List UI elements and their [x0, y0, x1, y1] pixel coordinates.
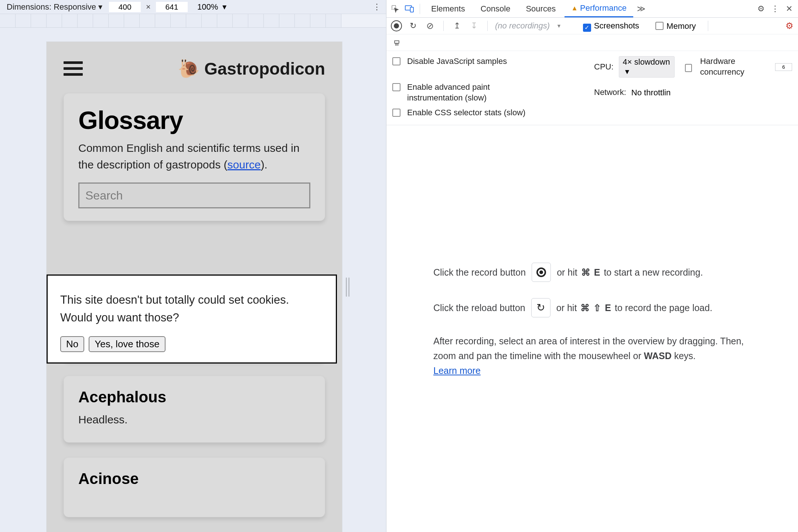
clear-button[interactable] [424, 20, 436, 32]
entry-title: Acinose [78, 470, 310, 488]
emulated-viewport: 🐌Gastropodicon Glossary Common English a… [47, 42, 342, 532]
network-throttle-select[interactable]: No throttlin [631, 88, 671, 98]
download-icon [468, 20, 480, 32]
collect-garbage-icon[interactable] [391, 37, 403, 49]
performance-toolbar: (no recordings) ▼ ✓Screenshots Memory ⚙ [386, 18, 798, 34]
ruler [0, 14, 386, 28]
performance-settings: Disable JavaScript samples CPU: 4× slowd… [386, 51, 798, 125]
more-tabs-icon[interactable]: ≫ [635, 3, 647, 15]
record-button-inline[interactable] [532, 263, 551, 282]
snail-icon: 🐌 [178, 58, 200, 79]
checkbox-icon[interactable] [685, 64, 692, 72]
no-recordings-text: (no recordings) [495, 21, 550, 31]
search-input[interactable]: Search [78, 183, 310, 208]
kebab-menu-icon[interactable]: ⋮ [373, 2, 379, 12]
cookie-yes-button[interactable]: Yes, love those [89, 336, 165, 352]
reload-button[interactable] [407, 20, 419, 32]
tab-performance[interactable]: ▲Performance [565, 0, 633, 17]
dimensions-dropdown[interactable]: Dimensions: Responsive▾ [7, 2, 102, 12]
cpu-throttle-select[interactable]: 4× slowdown ▾ [619, 56, 675, 78]
disable-js-toggle[interactable]: Disable JavaScript samples [392, 56, 590, 78]
learn-more-link[interactable]: Learn more [433, 365, 481, 376]
brand-title: 🐌Gastropodicon [178, 58, 325, 79]
glossary-description: Common English and scientific terms used… [78, 140, 310, 173]
tab-elements[interactable]: Elements [424, 0, 472, 17]
device-toolbar: Dimensions: Responsive▾ × 100% ▾ ⋮ [0, 0, 386, 14]
gear-settings-icon[interactable]: ⚙ [785, 21, 794, 31]
device-toggle-icon[interactable] [403, 3, 415, 15]
inspect-element-icon[interactable] [389, 3, 401, 15]
paint-instrumentation-toggle[interactable]: Enable advanced paint instrumentation (s… [392, 82, 590, 103]
cmd-key-icon [580, 300, 590, 315]
dimension-separator: × [146, 2, 151, 12]
cmd-key-icon [581, 265, 590, 280]
upload-icon[interactable] [451, 20, 463, 32]
width-input[interactable] [109, 2, 141, 12]
network-label: Network: [594, 87, 626, 98]
checkbox-icon [655, 22, 664, 30]
hw-concurrency-input[interactable] [775, 63, 792, 71]
svg-rect-2 [410, 7, 414, 12]
cpu-label: CPU: [594, 62, 614, 72]
screenshots-toggle[interactable]: ✓Screenshots [583, 21, 639, 31]
tab-sources[interactable]: Sources [519, 0, 562, 17]
performance-help: Click the record button or hit E to star… [433, 263, 751, 394]
svg-rect-3 [395, 41, 399, 43]
hamburger-icon[interactable] [64, 61, 83, 76]
shift-key-icon [593, 300, 601, 315]
kebab-menu-icon[interactable]: ⋮ [769, 3, 781, 15]
checkbox-checked-icon: ✓ [583, 24, 591, 32]
source-link[interactable]: source [228, 158, 261, 171]
warning-icon: ▲ [571, 4, 578, 12]
height-input[interactable] [156, 2, 188, 12]
recordings-dropdown-icon[interactable]: ▼ [556, 23, 562, 29]
entry-title: Acephalous [78, 388, 310, 406]
devtools-tab-bar: Elements Console Sources ▲Performance ≫ … [386, 0, 798, 18]
css-selector-stats-toggle[interactable]: Enable CSS selector stats (slow) [392, 108, 590, 118]
entry-definition: Headless. [78, 411, 310, 428]
cookie-no-button[interactable]: No [60, 336, 84, 352]
close-icon[interactable]: ✕ [783, 3, 795, 15]
glossary-heading: Glossary [78, 106, 310, 134]
tab-console[interactable]: Console [474, 0, 517, 17]
reload-button-inline[interactable] [531, 298, 550, 317]
cookie-dialog-text: This site doesn't but totally could set … [60, 291, 323, 327]
resize-handle-right[interactable] [344, 275, 351, 299]
gear-icon[interactable]: ⚙ [755, 3, 767, 15]
memory-toggle[interactable]: Memory [655, 21, 696, 31]
hw-concurrency-label: Hardware concurrency [700, 56, 770, 77]
record-button[interactable] [391, 20, 402, 31]
cookie-dialog: This site doesn't but totally could set … [47, 274, 337, 364]
zoom-dropdown[interactable]: 100% ▾ [197, 2, 226, 12]
